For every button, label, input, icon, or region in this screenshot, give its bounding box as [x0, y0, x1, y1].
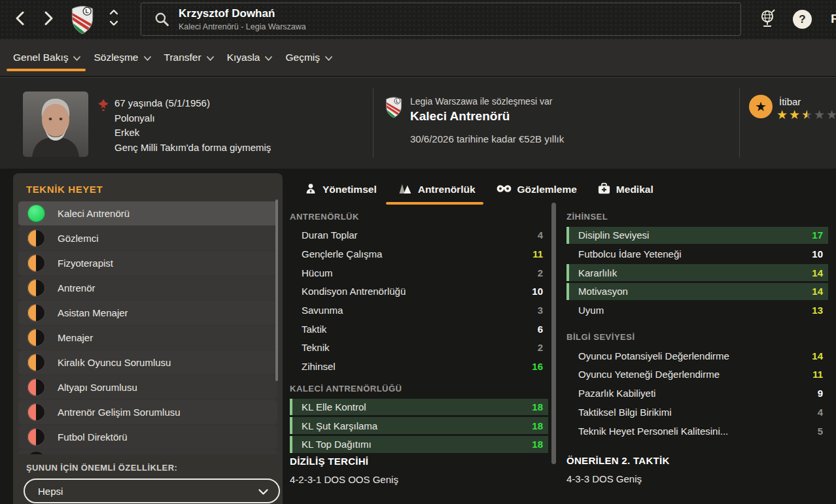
tab-yonetimsel[interactable]: Yönetimsel — [305, 182, 377, 197]
back-button[interactable] — [9, 9, 30, 30]
attribute-value: 5 — [818, 426, 823, 437]
back-icon — [16, 11, 24, 28]
divider — [739, 88, 740, 158]
attribute-tabs: Yönetimsel Antrenörlük Gözlemleme Medika… — [305, 176, 653, 203]
chevron-down-icon — [258, 486, 268, 497]
forward-button[interactable] — [38, 9, 59, 30]
tab-label: Yönetimsel — [322, 184, 377, 195]
chevron-down-icon — [207, 52, 214, 63]
attribute-row: Zihinsel 16 — [290, 358, 548, 375]
nav-tab-label: Genel Bakış — [13, 52, 68, 63]
staff-role-label: Fizyoterapist — [58, 258, 113, 269]
attribute-value: 17 — [812, 229, 823, 241]
staff-role-item[interactable]: Altyapı Sorumlusu — [18, 375, 277, 399]
attribute-value: 2 — [538, 267, 543, 278]
forward-icon — [44, 11, 53, 28]
attribute-value: 13 — [812, 305, 823, 316]
staff-role-item-partial[interactable] — [18, 450, 277, 454]
staff-role-label: Menajer — [58, 332, 93, 343]
staff-role-item[interactable]: Kiralık Oyuncu Sorumlusu — [18, 350, 277, 375]
staff-role-item[interactable]: Antrenör Gelişim Sorumlusu — [18, 400, 277, 424]
attribute-row: Futbolcu İdare Yeteneği 10 — [566, 246, 828, 263]
role-rating-icon — [27, 304, 45, 322]
attribute-label: Teknik — [302, 342, 330, 353]
staff-role-label: Gözlemci — [58, 233, 99, 244]
tactic-value: 4-3-3 DOS Geniş — [566, 473, 828, 484]
nav-tab-label: Transfer — [164, 52, 201, 63]
chevron-down-icon — [325, 52, 332, 63]
tab-antrenorluk[interactable]: Antrenörlük — [398, 182, 476, 197]
world-button[interactable] — [759, 9, 776, 31]
attribute-value: 14 — [812, 286, 823, 297]
person-name: Krzysztof Dowhań — [179, 7, 306, 20]
chevron-down-icon — [265, 52, 272, 63]
sidebar-scrollbar[interactable] — [275, 199, 278, 381]
staff-role-item[interactable]: Antrenör — [18, 276, 277, 300]
nav-tab-kiyasla[interactable]: Kıyasla — [227, 39, 273, 76]
staff-role-item[interactable]: Fizyoterapist — [18, 251, 277, 275]
staff-role-item[interactable]: Kaleci Antrenörü — [18, 201, 277, 226]
attribute-value: 18 — [532, 420, 543, 431]
attribute-value: 3 — [538, 305, 543, 316]
nav-tab-gecmis[interactable]: Geçmiş — [285, 39, 332, 76]
role-rating-icon — [27, 403, 45, 421]
role-rating-icon — [27, 428, 45, 446]
attribute-row: Disiplin Seviyesi 17 — [566, 227, 828, 244]
attribute-row: Kararlılık 14 — [566, 264, 828, 281]
staff-role-item[interactable]: Menajer — [18, 326, 277, 350]
globe-icon — [759, 9, 776, 31]
staff-role-list: Kaleci Antrenörü Gözlemci Fizyoterapist — [13, 201, 283, 449]
club-crest[interactable]: L — [70, 5, 95, 37]
sidebar-heading: TEKNİK HEYET — [13, 173, 283, 201]
attribute-value: 4 — [818, 407, 823, 418]
attributes-scrollbar[interactable] — [551, 203, 556, 464]
tab-label: Medikal — [616, 184, 653, 195]
attribute-row: Taktik 6 — [290, 320, 548, 337]
staff-sidebar: TEKNİK HEYET Kaleci Antrenörü Gözlemci — [13, 173, 283, 504]
bio-line: 67 yaşında (5/1/1956) — [114, 96, 271, 111]
coaching-rows: Duran Toplar 4 Gençlerle Çalışma 11 Hücu… — [290, 227, 548, 375]
nav-tab-sozlesme[interactable]: Sözleşme — [94, 39, 150, 76]
star-icon: ★ — [789, 107, 801, 122]
step-up-button[interactable] — [109, 9, 118, 15]
attribute-row: KL Elle Kontrol 18 — [290, 399, 548, 416]
attribute-label: Savunma — [302, 305, 343, 316]
attribute-row: Oyuncu Potansiyeli Değerlendirme 14 — [566, 347, 828, 364]
chevron-down-icon — [73, 52, 80, 63]
svg-text:L: L — [86, 8, 89, 14]
attribute-label: Pazarlık Kabiliyeti — [578, 388, 655, 399]
nav-tab-label: Geçmiş — [285, 52, 320, 63]
entity-stepper — [109, 9, 118, 26]
search-box[interactable]: Krzysztof Dowhań Kaleci Antrenörü - Legi… — [141, 3, 741, 36]
contract-role: Kaleci Antrenörü — [410, 109, 510, 124]
coaching-column: ANTRENÖRLÜK Duran Toplar 4 Gençlerle Çal… — [290, 212, 548, 485]
attribute-value: 10 — [532, 286, 543, 297]
tab-medikal[interactable]: Medikal — [598, 182, 653, 197]
staff-role-item[interactable]: Futbol Direktörü — [18, 425, 277, 449]
role-rating-icon — [27, 205, 45, 222]
important-attributes-select[interactable]: Hepsi — [24, 479, 280, 503]
attribute-row: Taktiksel Bilgi Birikimi 4 — [566, 404, 828, 421]
attribute-value: 11 — [812, 369, 823, 380]
attribute-value: 14 — [812, 267, 823, 278]
nav-tab-transfer[interactable]: Transfer — [164, 39, 214, 76]
role-rating-icon — [27, 229, 45, 247]
attribute-row: Uyum 13 — [566, 302, 828, 319]
person-icon — [305, 182, 317, 197]
formation-value: 4-2-3-1 DOS OOS Geniş — [290, 474, 548, 485]
cones-icon — [398, 182, 412, 197]
formation-preference: DİZİLİŞ TERCİHİ 4-2-3-1 DOS OOS Geniş — [290, 456, 548, 485]
staff-role-item[interactable]: Asistan Menajer — [18, 301, 277, 325]
tab-gozlemleme[interactable]: Gözlemleme — [496, 184, 577, 195]
help-button[interactable]: ? — [793, 10, 812, 29]
mental-rows: Disiplin Seviyesi 17 Futbolcu İdare Yete… — [566, 227, 828, 318]
attribute-value: 18 — [532, 401, 543, 412]
attribute-label: KL Elle Kontrol — [302, 401, 366, 412]
main-content: TEKNİK HEYET Kaleci Antrenörü Gözlemci — [0, 169, 836, 504]
nav-tab-genel-bakis[interactable]: Genel Bakış — [13, 39, 80, 76]
step-down-button[interactable] — [109, 20, 118, 26]
staff-role-item[interactable]: Gözlemci — [18, 226, 277, 250]
role-rating-icon — [27, 254, 45, 272]
attribute-row: Kondisyon Antrenörlüğü 10 — [290, 283, 548, 300]
attribute-label: Uyum — [578, 305, 604, 316]
